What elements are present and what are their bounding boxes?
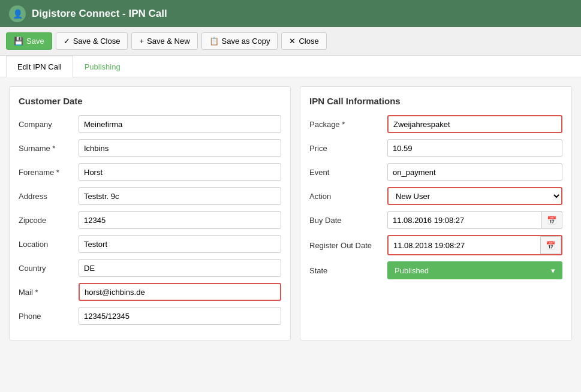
package-label: Package * xyxy=(309,120,387,129)
register-out-date-calendar-button[interactable]: 📅 xyxy=(540,236,561,254)
calendar-icon: 📅 xyxy=(546,241,556,250)
mail-label: Mail * xyxy=(19,288,79,297)
customer-date-panel: Customer Date Company Surname * Forename… xyxy=(9,86,291,340)
save-copy-button[interactable]: 📋 Save as Copy xyxy=(201,32,278,50)
phone-input[interactable] xyxy=(79,307,281,325)
company-label: Company xyxy=(19,120,79,129)
phone-label: Phone xyxy=(19,312,79,321)
close-icon: ✕ xyxy=(289,37,296,46)
mail-input[interactable] xyxy=(79,283,281,301)
package-row: Package * xyxy=(309,115,562,133)
customer-date-title: Customer Date xyxy=(19,96,281,106)
app-header: 👤 Digistore Connect - IPN Call xyxy=(0,0,581,27)
register-out-date-label: Register Out Date xyxy=(309,241,387,250)
close-button[interactable]: ✕ Close xyxy=(281,32,326,50)
app-title: Digistore Connect - IPN Call xyxy=(32,8,167,20)
address-row: Address xyxy=(19,187,281,205)
surname-label: Surname * xyxy=(19,144,79,153)
register-out-date-row: Register Out Date 📅 xyxy=(309,235,562,255)
mail-row: Mail * xyxy=(19,283,281,301)
surname-row: Surname * xyxy=(19,139,281,157)
forename-label: Forename * xyxy=(19,168,79,177)
state-button[interactable]: Published ▾ xyxy=(387,261,562,279)
zipcode-row: Zipcode xyxy=(19,211,281,229)
register-out-date-field: 📅 xyxy=(387,235,562,255)
buy-date-calendar-button[interactable]: 📅 xyxy=(542,211,562,229)
action-label: Action xyxy=(309,192,387,201)
register-out-date-input[interactable] xyxy=(389,236,540,254)
ipn-call-title: IPN Call Informations xyxy=(309,96,562,106)
tab-publishing[interactable]: Publishing xyxy=(73,56,132,77)
buy-date-row: Buy Date 📅 xyxy=(309,211,562,229)
address-label: Address xyxy=(19,192,79,201)
app-icon: 👤 xyxy=(9,5,26,22)
calendar-icon: 📅 xyxy=(547,216,557,225)
checkmark-icon: ✓ xyxy=(64,37,70,46)
phone-row: Phone xyxy=(19,307,281,325)
buy-date-field: 📅 xyxy=(387,211,562,229)
location-input[interactable] xyxy=(79,235,281,253)
country-label: Country xyxy=(19,264,79,273)
package-input[interactable] xyxy=(387,115,562,133)
chevron-down-icon: ▾ xyxy=(551,266,555,275)
location-row: Location xyxy=(19,235,281,253)
state-label: State xyxy=(309,266,387,275)
action-select[interactable]: New User Existing User xyxy=(387,187,562,205)
copy-icon: 📋 xyxy=(209,37,219,46)
plus-icon: + xyxy=(139,37,144,46)
buy-date-label: Buy Date xyxy=(309,216,387,225)
save-close-button[interactable]: ✓ Save & Close xyxy=(56,32,128,50)
company-input[interactable] xyxy=(79,115,281,133)
address-input[interactable] xyxy=(79,187,281,205)
zipcode-label: Zipcode xyxy=(19,216,79,225)
buy-date-input[interactable] xyxy=(387,211,542,229)
save-icon: 💾 xyxy=(14,37,23,46)
toolbar: 💾 Save ✓ Save & Close + Save & New 📋 Sav… xyxy=(0,27,581,56)
forename-input[interactable] xyxy=(79,163,281,181)
main-content: Customer Date Company Surname * Forename… xyxy=(0,77,581,349)
event-row: Event xyxy=(309,163,562,181)
country-row: Country xyxy=(19,259,281,277)
tab-edit-ipn-call[interactable]: Edit IPN Call xyxy=(6,56,73,77)
location-label: Location xyxy=(19,240,79,249)
country-input[interactable] xyxy=(79,259,281,277)
tabs-bar: Edit IPN Call Publishing xyxy=(0,56,581,77)
save-new-button[interactable]: + Save & New xyxy=(131,32,197,50)
state-row: State Published ▾ xyxy=(309,261,562,279)
price-row: Price xyxy=(309,139,562,157)
company-row: Company xyxy=(19,115,281,133)
forename-row: Forename * xyxy=(19,163,281,181)
price-input[interactable] xyxy=(387,139,562,157)
state-value: Published xyxy=(395,266,429,275)
event-input[interactable] xyxy=(387,163,562,181)
surname-input[interactable] xyxy=(79,139,281,157)
price-label: Price xyxy=(309,144,387,153)
zipcode-input[interactable] xyxy=(79,211,281,229)
ipn-call-informations-panel: IPN Call Informations Package * Price Ev… xyxy=(300,86,572,340)
action-row: Action New User Existing User xyxy=(309,187,562,205)
save-button[interactable]: 💾 Save xyxy=(6,32,52,50)
event-label: Event xyxy=(309,168,387,177)
